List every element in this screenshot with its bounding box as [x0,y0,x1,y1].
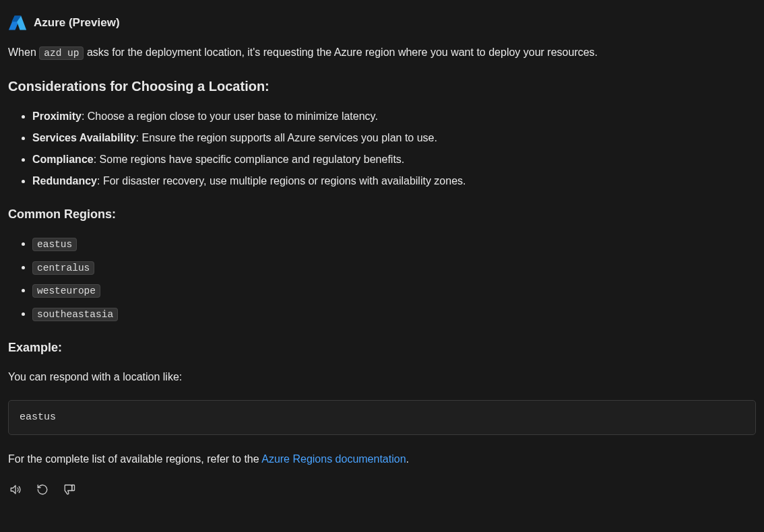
intro-suffix: asks for the deployment location, it's r… [84,46,598,58]
intro-code: azd up [39,46,84,60]
thumbs-down-icon [63,484,75,498]
list-item: westeurope [32,282,756,299]
intro-paragraph: When azd up asks for the deployment loca… [8,44,756,61]
azure-icon [8,13,27,32]
item-text: : Choose a region close to your user bas… [82,110,378,122]
list-item: Redundancy: For disaster recovery, use m… [32,173,756,189]
list-item: southeastasia [32,306,756,323]
item-text: : For disaster recovery, use multiple re… [97,175,466,187]
svg-marker-0 [11,486,15,494]
footer-prefix: For the complete list of available regio… [8,453,261,465]
footer-paragraph: For the complete list of available regio… [8,451,756,467]
item-text: : Ensure the region supports all Azure s… [136,132,437,143]
list-item: centralus [32,259,756,276]
response-actions [8,482,756,499]
footer-suffix: . [406,453,409,465]
common-regions-list: eastus centralus westeurope southeastasi… [8,236,756,323]
item-text: : Some regions have specific compliance … [94,154,405,165]
dislike-button[interactable] [62,482,77,499]
item-label: Proximity [32,110,82,122]
example-heading: Example: [8,339,756,357]
item-label: Compliance [32,154,94,165]
retry-button[interactable] [35,482,50,499]
response-source-title: Azure (Preview) [34,14,120,32]
read-aloud-button[interactable] [8,482,23,499]
example-code-block: eastus [8,400,756,436]
considerations-list: Proximity: Choose a region close to your… [8,108,756,189]
list-item: eastus [32,236,756,253]
region-code: westeurope [32,284,100,298]
considerations-heading: Considerations for Choosing a Location: [8,76,756,96]
region-code: southeastasia [32,308,118,321]
item-label: Redundancy [32,175,97,187]
retry-icon [36,484,49,498]
speaker-icon [9,484,22,498]
region-code: centralus [32,261,94,275]
common-regions-heading: Common Regions: [8,205,756,224]
list-item: Compliance: Some regions have specific c… [32,152,756,168]
azure-regions-doc-link[interactable]: Azure Regions documentation [261,453,406,465]
list-item: Services Availability: Ensure the region… [32,130,756,146]
list-item: Proximity: Choose a region close to your… [32,108,756,125]
item-label: Services Availability [32,132,136,143]
example-intro: You can respond with a location like: [8,369,756,385]
response-header: Azure (Preview) [8,13,756,32]
region-code: eastus [32,238,77,251]
intro-prefix: When [8,46,39,58]
